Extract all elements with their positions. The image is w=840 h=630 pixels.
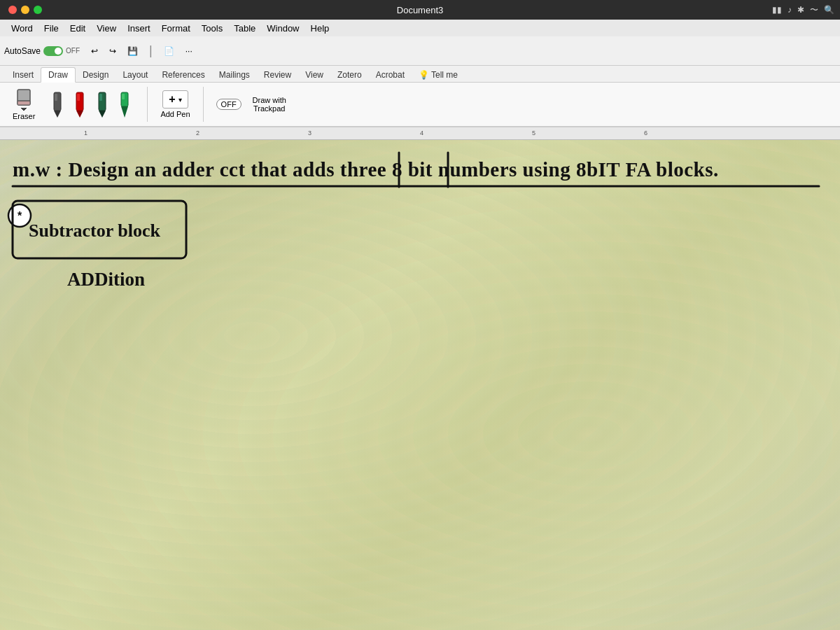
lightbulb-icon: 💡 — [419, 70, 429, 80]
handwritten-layer: m.w : Design an adder cct that adds thre… — [0, 140, 840, 630]
draw-with-trackpad-button[interactable]: Draw with Trackpad — [247, 94, 292, 115]
svg-text:m.w : Design an adder cct that: m.w : Design an adder cct that adds thre… — [13, 158, 719, 181]
tab-tell-me[interactable]: 💡 Tell me — [412, 68, 465, 82]
print-layout-button[interactable]: 📄 — [160, 45, 178, 57]
eraser-tool[interactable]: Eraser — [8, 85, 39, 123]
menu-word[interactable]: Word — [6, 22, 38, 35]
tab-mailings[interactable]: Mailings — [212, 68, 257, 82]
chevron-down-icon: ▾ — [178, 96, 182, 104]
menu-tools[interactable]: Tools — [196, 22, 228, 35]
add-pen-section: + ▾ Add Pen — [160, 90, 190, 118]
ruler-mark-1: 1 — [84, 130, 88, 136]
svg-rect-8 — [99, 94, 102, 101]
maximize-button[interactable] — [34, 6, 42, 14]
menu-window[interactable]: Window — [261, 22, 304, 35]
bluetooth-icon: ✱ — [797, 5, 804, 15]
menu-bar: Word File Edit View Insert Format Tools … — [0, 20, 840, 36]
menu-insert[interactable]: Insert — [122, 22, 156, 35]
draw-ribbon: Eraser — [0, 83, 840, 127]
pen-tools-group — [48, 88, 134, 120]
ribbon-tabs: Insert Draw Design Layout References Mai… — [0, 66, 840, 83]
battery-icon: ▮▮ — [772, 5, 782, 15]
trackpad-label: Draw with — [253, 96, 286, 104]
menu-table[interactable]: Table — [228, 22, 261, 35]
eraser-icon — [15, 88, 32, 111]
ruler-mark-2: 2 — [196, 130, 200, 136]
more-button[interactable]: ··· — [181, 45, 197, 57]
pen-tool-3[interactable] — [92, 88, 112, 120]
tab-design[interactable]: Design — [76, 68, 115, 82]
tab-zotero[interactable]: Zotero — [330, 68, 369, 82]
svg-rect-6 — [77, 94, 80, 101]
ruler: 1 2 3 4 5 6 — [0, 127, 840, 140]
svg-text:ADDition: ADDition — [67, 269, 145, 290]
window-controls[interactable] — [8, 6, 42, 14]
search-icon[interactable]: 🔍 — [824, 5, 834, 15]
svg-rect-1 — [18, 101, 30, 105]
add-pen-label: Add Pen — [160, 110, 190, 118]
tab-review[interactable]: Review — [257, 68, 298, 82]
ruler-mark-4: 4 — [420, 130, 424, 136]
autosave-section: AutoSave OFF — [4, 46, 80, 56]
ruler-mark-3: 3 — [308, 130, 312, 136]
tab-references[interactable]: References — [155, 68, 211, 82]
wifi-icon: 〜 — [810, 4, 818, 16]
tab-layout[interactable]: Layout — [115, 68, 155, 82]
menu-view[interactable]: View — [91, 22, 122, 35]
volume-icon: ♪ — [788, 5, 792, 15]
handwritten-svg: m.w : Design an adder cct that adds thre… — [0, 140, 840, 630]
tab-acrobat[interactable]: Acrobat — [369, 68, 412, 82]
toolbar: AutoSave OFF ↩ ↪ 💾 | 📄 ··· — [0, 36, 840, 66]
undo-button[interactable]: ↩ — [87, 45, 102, 57]
add-pen-button[interactable]: + ▾ — [162, 90, 188, 108]
svg-rect-10 — [122, 94, 125, 99]
ribbon-divider-2 — [203, 87, 204, 122]
svg-text:*: * — [18, 210, 22, 222]
autosave-state: OFF — [66, 47, 80, 55]
tab-draw[interactable]: Draw — [41, 67, 76, 83]
system-icons: ▮▮ ♪ ✱ 〜 🔍 — [772, 4, 834, 16]
pen-tool-2[interactable] — [70, 88, 90, 120]
title-bar: Document3 ▮▮ ♪ ✱ 〜 🔍 — [0, 0, 840, 20]
ruler-mark-6: 6 — [644, 130, 648, 136]
pen-tool-1[interactable] — [48, 88, 67, 120]
trackpad-label-2: Trackpad — [253, 104, 285, 113]
plus-icon: + — [169, 93, 175, 106]
minimize-button[interactable] — [21, 6, 29, 14]
tab-view[interactable]: View — [298, 68, 330, 82]
off-badge: OFF — [216, 99, 241, 110]
document-area[interactable]: m.w : Design an adder cct that adds thre… — [0, 140, 840, 630]
autosave-toggle[interactable] — [43, 46, 63, 56]
save-button[interactable]: 💾 — [123, 45, 142, 57]
svg-rect-4 — [55, 94, 57, 101]
menu-file[interactable]: File — [38, 22, 64, 35]
pen-tool-4[interactable] — [115, 88, 134, 120]
menu-format[interactable]: Format — [156, 22, 196, 35]
svg-text:Subtractor block: Subtractor block — [29, 220, 161, 241]
menu-edit[interactable]: Edit — [64, 22, 91, 35]
tab-insert[interactable]: Insert — [6, 68, 41, 82]
redo-button[interactable]: ↪ — [105, 45, 120, 57]
autosave-label: AutoSave — [4, 46, 41, 56]
menu-help[interactable]: Help — [305, 22, 335, 35]
close-button[interactable] — [8, 6, 17, 14]
trackpad-section: OFF Draw with Trackpad — [216, 94, 292, 115]
window-title: Document3 — [397, 5, 443, 15]
ruler-mark-5: 5 — [532, 130, 536, 136]
ribbon-divider — [147, 87, 148, 122]
eraser-label: Eraser — [13, 112, 35, 120]
